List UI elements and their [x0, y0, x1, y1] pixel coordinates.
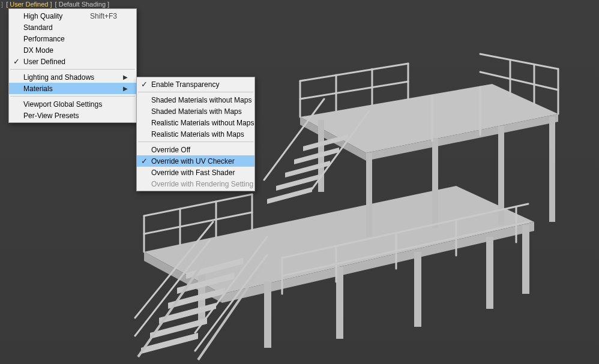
menu-item-realistic-materials-without-maps[interactable]: Realistic Materials without Maps [137, 117, 254, 128]
svg-marker-17 [141, 333, 198, 354]
svg-rect-10 [522, 225, 529, 294]
menu-item-label: Per-View Presets [23, 112, 123, 120]
menu-item-high-quality[interactable]: High Quality Shift+F3 [9, 10, 136, 22]
svg-marker-25 [267, 187, 312, 204]
viewport-label-shading-mode[interactable]: [ User Defined ] [6, 1, 52, 8]
menu-item-label: Realistic Materials without Maps [151, 119, 266, 127]
check-icon: ✓ [9, 57, 23, 66]
svg-rect-8 [414, 252, 421, 327]
materials-submenu[interactable]: ✓ Enable Transparency Shaded Materials w… [136, 77, 255, 191]
menu-item-label: Override with Rendering Setting [151, 180, 265, 188]
menu-item-label: Override Off [151, 146, 250, 154]
submenu-arrow-icon: ▶ [123, 74, 131, 80]
menu-item-label: Viewport Global Settings [23, 100, 123, 109]
menu-item-label: Shaded Materials with Maps [151, 107, 254, 116]
viewport-label-render-mode[interactable]: [ Default Shading ] [55, 1, 110, 8]
svg-marker-26 [276, 174, 321, 191]
menu-item-dx-mode[interactable]: DX Mode [9, 44, 136, 56]
viewport-label-leading: ] [1, 1, 3, 8]
menu-item-materials[interactable]: Materials ▶ [9, 83, 136, 94]
menu-separator [10, 69, 135, 70]
svg-rect-13 [432, 138, 438, 228]
submenu-arrow-icon: ▶ [123, 85, 131, 92]
svg-rect-9 [486, 237, 493, 309]
menu-item-label: Lighting and Shadows [23, 73, 123, 82]
menu-item-enable-transparency[interactable]: ✓ Enable Transparency [137, 79, 254, 90]
menu-item-label: Override with UV Checker [151, 157, 250, 166]
menu-item-label: Realistic Materials with Maps [151, 130, 256, 139]
svg-rect-15 [549, 117, 555, 222]
menu-item-shortcut: Shift+F3 [90, 12, 123, 20]
viewport[interactable]: ] [ User Defined ] [ Default Shading ] H… [0, 0, 599, 364]
menu-item-label: Shaded Materials without Maps [151, 96, 263, 104]
svg-rect-12 [366, 153, 372, 237]
menu-separator [10, 96, 135, 97]
menu-item-shaded-materials-without-maps[interactable]: Shaded Materials without Maps [137, 94, 254, 106]
check-icon: ✓ [137, 157, 151, 166]
menu-item-label: Override with Fast Shader [151, 169, 250, 177]
check-icon: ✓ [137, 80, 151, 89]
menu-item-user-defined[interactable]: ✓ User Defined [9, 56, 136, 67]
menu-item-shaded-materials-with-maps[interactable]: Shaded Materials with Maps [137, 106, 254, 117]
menu-item-override-with-fast-shader[interactable]: Override with Fast Shader [137, 167, 254, 178]
menu-item-standard[interactable]: Standard [9, 22, 136, 33]
menu-item-label: User Defined [23, 58, 123, 66]
menu-item-label: High Quality [23, 12, 90, 20]
svg-rect-7 [336, 267, 343, 339]
menu-item-label: Materials [23, 85, 123, 93]
menu-item-override-with-uv-checker[interactable]: ✓ Override with UV Checker [137, 155, 254, 167]
menu-item-lighting-and-shadows[interactable]: Lighting and Shadows ▶ [9, 71, 136, 83]
menu-item-label: DX Mode [23, 46, 123, 55]
svg-rect-6 [264, 282, 271, 348]
menu-separator [138, 92, 253, 92]
shading-mode-menu[interactable]: High Quality Shift+F3 Standard Performan… [8, 8, 137, 123]
menu-item-label: Performance [23, 35, 123, 43]
menu-item-viewport-global-settings[interactable]: Viewport Global Settings [9, 98, 136, 110]
menu-item-label: Standard [23, 23, 123, 32]
menu-item-realistic-materials-with-maps[interactable]: Realistic Materials with Maps [137, 128, 254, 140]
menu-item-override-with-rendering-setting: Override with Rendering Setting [137, 178, 254, 189]
menu-item-override-off[interactable]: Override Off [137, 144, 254, 155]
menu-item-performance[interactable]: Performance [9, 33, 136, 44]
menu-item-per-view-presets[interactable]: Per-View Presets [9, 110, 136, 121]
menu-separator [138, 142, 253, 142]
menu-item-label: Enable Transparency [151, 80, 250, 89]
